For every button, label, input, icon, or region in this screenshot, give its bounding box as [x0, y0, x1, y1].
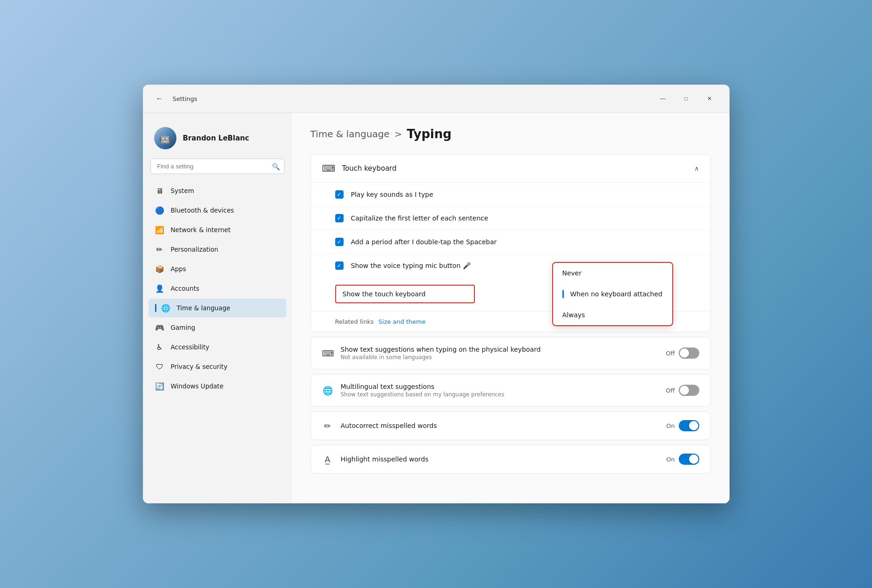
window-controls: — □ ✕ [652, 91, 720, 106]
setting-icon-multilingual: 🌐 [322, 386, 333, 395]
toggle-multilingual[interactable] [679, 385, 699, 396]
show-touch-keyboard-label-box[interactable]: Show the touch keyboard [335, 285, 475, 303]
search-box: 🔍 [150, 159, 284, 174]
simple-setting-row-text-suggestions: ⌨ Show text suggestions when typing on t… [311, 337, 710, 369]
check-mark: ✓ [337, 191, 341, 198]
back-button[interactable]: ← [152, 93, 167, 105]
nav-label-gaming: Gaming [171, 324, 196, 331]
nav-list: 🖥 System 🔵 Bluetooth & devices 📶 Network… [149, 181, 286, 395]
breadcrumb: Time & language > Typing [311, 127, 711, 141]
size-and-theme-link[interactable]: Size and theme [379, 318, 426, 325]
setting-card-text-suggestions: ⌨ Show text suggestions when typing on t… [311, 337, 711, 369]
toggle-autocorrect[interactable] [679, 420, 699, 431]
section-chevron-icon: ∧ [694, 165, 699, 172]
nav-icon-bluetooth: 🔵 [155, 206, 164, 215]
nav-label-system: System [171, 187, 194, 194]
section-body-touch-keyboard: ✓ Play key sounds as I type ✓ Capitalize… [311, 182, 710, 332]
setting-label-play-sounds: Play key sounds as I type [351, 191, 699, 198]
settings-window: ← Settings — □ ✕ 🤖 Brandon LeBlanc 🔍 🖥 [143, 85, 730, 503]
sidebar-item-gaming[interactable]: 🎮 Gaming [149, 318, 286, 337]
avatar-image: 🤖 [154, 127, 176, 149]
toggle-thumb-text-suggestions [680, 348, 689, 358]
username: Brandon LeBlanc [183, 134, 250, 142]
setting-subtitle-multilingual: Show text suggestions based on my langua… [341, 391, 659, 398]
sidebar-item-privacy[interactable]: 🛡 Privacy & security [149, 357, 286, 376]
never-label: Never [562, 269, 582, 277]
nav-label-apps: Apps [171, 265, 186, 273]
toggle-container-autocorrect: On [666, 420, 699, 431]
section-header-touch-keyboard[interactable]: ⌨ Touch keyboard ∧ [311, 154, 710, 182]
nav-icon-personalization: ✏️ [155, 245, 164, 254]
nav-icon-windows-update: 🔄 [155, 381, 164, 391]
dropdown-item-never[interactable]: Never [553, 263, 672, 283]
dropdown-item-when-no-keyboard[interactable]: When no keyboard attached [553, 283, 672, 305]
sidebar-item-apps[interactable]: 📦 Apps [149, 260, 286, 278]
checkbox-capitalize[interactable]: ✓ [335, 214, 344, 222]
nav-label-windows-update: Windows Update [171, 382, 223, 390]
sidebar-item-accessibility[interactable]: ♿ Accessibility [149, 338, 286, 356]
toggle-container-highlight: On [666, 454, 699, 465]
active-bar [155, 304, 156, 312]
toggle-thumb-multilingual [680, 386, 689, 395]
search-input[interactable] [150, 159, 284, 174]
check-mark: ✓ [337, 239, 341, 245]
nav-icon-accounts: 👤 [155, 284, 164, 293]
sidebar-item-windows-update[interactable]: 🔄 Windows Update [149, 377, 286, 395]
touch-keyboard-section: ⌨ Touch keyboard ∧ ✓ Play key sounds as … [311, 154, 711, 332]
sidebar-item-system[interactable]: 🖥 System [149, 181, 286, 200]
nav-icon-apps: 📦 [155, 264, 164, 274]
setting-label-period: Add a period after I double-tap the Spac… [351, 238, 699, 246]
nav-label-accessibility: Accessibility [171, 343, 210, 351]
setting-row-play-sounds: ✓ Play key sounds as I type [311, 183, 710, 207]
sidebar-item-bluetooth[interactable]: 🔵 Bluetooth & devices [149, 201, 286, 220]
setting-card-multilingual: 🌐 Multilingual text suggestions Show tex… [311, 374, 711, 407]
sidebar-item-personalization[interactable]: ✏️ Personalization [149, 240, 286, 259]
nav-icon-system: 🖥 [155, 186, 164, 195]
other-settings-list: ⌨ Show text suggestions when typing on t… [311, 337, 711, 474]
sidebar-item-network[interactable]: 📶 Network & internet [149, 220, 286, 239]
search-icon: 🔍 [272, 163, 280, 170]
breadcrumb-separator: > [394, 128, 402, 140]
dropdown-item-always[interactable]: Always [553, 305, 672, 325]
check-mark: ✓ [337, 262, 341, 269]
toggle-container-multilingual: Off [666, 385, 699, 396]
checkbox-voice-mic[interactable]: ✓ [335, 261, 344, 270]
nav-label-bluetooth: Bluetooth & devices [171, 207, 234, 214]
setting-icon-highlight: A̲ [322, 454, 333, 464]
show-touch-keyboard-row: Show the touch keyboard Never When no ke… [311, 277, 710, 311]
setting-row-period: ✓ Add a period after I double-tap the Sp… [311, 230, 710, 254]
toggle-text-suggestions[interactable] [679, 347, 699, 359]
setting-content-multilingual: Multilingual text suggestions Show text … [341, 383, 659, 398]
breadcrumb-parent[interactable]: Time & language [311, 128, 390, 140]
toggle-highlight[interactable] [679, 454, 699, 465]
sidebar-item-time-language[interactable]: 🌐 Time & language [149, 299, 286, 317]
titlebar: ← Settings — □ ✕ [143, 85, 730, 113]
content-area: Time & language > Typing ⌨ Touch keyboar… [292, 113, 730, 503]
simple-setting-row-highlight: A̲ Highlight misspelled words On [311, 445, 710, 473]
minimize-button[interactable]: — [652, 91, 674, 106]
sidebar: 🤖 Brandon LeBlanc 🔍 🖥 System 🔵 Bluetooth… [143, 113, 292, 503]
check-mark: ✓ [337, 215, 341, 221]
setting-content-autocorrect: Autocorrect misspelled words [341, 422, 659, 429]
toggle-container-text-suggestions: Off [666, 347, 699, 359]
nav-label-accounts: Accounts [171, 285, 200, 292]
close-button[interactable]: ✕ [699, 91, 720, 106]
touch-keyboard-icon: ⌨ [322, 163, 336, 174]
nav-icon-accessibility: ♿ [155, 342, 164, 352]
checkbox-play-sounds[interactable]: ✓ [335, 190, 344, 199]
toggle-thumb-highlight [689, 454, 698, 464]
nav-label-personalization: Personalization [171, 246, 218, 253]
sidebar-item-accounts[interactable]: 👤 Accounts [149, 279, 286, 298]
checkbox-period[interactable]: ✓ [335, 238, 344, 246]
setting-content-text-suggestions: Show text suggestions when typing on the… [341, 346, 659, 361]
toggle-label-text-suggestions: Off [666, 350, 675, 357]
related-links-label: Related links [335, 318, 374, 325]
toggle-label-autocorrect: On [666, 422, 675, 429]
setting-subtitle-text-suggestions: Not available in some languages [341, 354, 659, 361]
toggle-thumb-autocorrect [689, 421, 698, 430]
section-title-touch-keyboard: Touch keyboard [342, 164, 688, 173]
toggle-label-multilingual: Off [666, 387, 675, 394]
maximize-button[interactable]: □ [676, 91, 697, 106]
setting-card-highlight: A̲ Highlight misspelled words On [311, 445, 711, 474]
nav-label-time-language: Time & language [177, 304, 230, 312]
